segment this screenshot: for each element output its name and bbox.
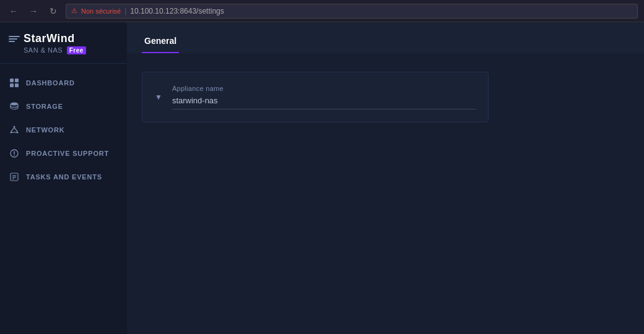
sidebar-item-network[interactable]: NETWORK xyxy=(0,118,127,142)
sidebar-item-dashboard[interactable]: DASHBOARD xyxy=(0,71,127,95)
sidebar: StarWind SAN & NAS Free DASHBOARD xyxy=(0,22,127,334)
svg-rect-0 xyxy=(10,79,14,82)
appliance-name-row: ▼ Appliance name starwind-nas xyxy=(155,85,476,109)
app-container: StarWind SAN & NAS Free DASHBOARD xyxy=(0,22,644,334)
settings-card: ▼ Appliance name starwind-nas xyxy=(142,72,489,122)
reload-button[interactable]: ↻ xyxy=(46,4,61,19)
svg-line-9 xyxy=(14,128,17,132)
nav-menu: DASHBOARD STORAGE xyxy=(0,64,127,196)
network-label: NETWORK xyxy=(26,126,64,134)
forward-button[interactable]: → xyxy=(26,4,41,19)
chevron-down-icon[interactable]: ▼ xyxy=(155,93,162,101)
insecure-label: Non sécurisé xyxy=(81,7,121,15)
storage-label: STORAGE xyxy=(26,103,63,110)
network-icon xyxy=(9,124,20,135)
address-bar[interactable]: ⚠ Non sécurisé | 10.100.10.123:8643/sett… xyxy=(66,4,638,19)
svg-point-5 xyxy=(14,126,15,128)
dashboard-icon xyxy=(9,77,20,88)
logo-top: StarWind xyxy=(9,32,118,45)
logo-icon xyxy=(9,36,20,42)
tasks-icon xyxy=(9,171,20,182)
browser-chrome: ← → ↻ ⚠ Non sécurisé | 10.100.10.123:864… xyxy=(0,0,644,22)
logo-brand: StarWind xyxy=(24,32,75,45)
main-body: ▼ Appliance name starwind-nas xyxy=(127,53,644,334)
sidebar-item-proactive-support[interactable]: PROACTIVE SUPPORT xyxy=(0,142,127,165)
logo-wave-1 xyxy=(9,36,20,37)
proactive-support-icon xyxy=(9,148,20,159)
proactive-support-label: PROACTIVE SUPPORT xyxy=(26,150,109,157)
logo-subtitle: SAN & NAS Free xyxy=(9,46,118,54)
svg-line-8 xyxy=(11,128,14,132)
logo-area: StarWind SAN & NAS Free xyxy=(0,22,127,64)
tab-general[interactable]: General xyxy=(142,36,179,53)
url-text: 10.100.10.123:8643/settings xyxy=(130,7,224,15)
appliance-name-label: Appliance name xyxy=(172,85,476,92)
logo-wave-3 xyxy=(9,41,15,42)
main-content: General ▼ Appliance name starwind-nas xyxy=(127,22,644,334)
sidebar-item-tasks-and-events[interactable]: TASKS AND EVENTS xyxy=(0,165,127,189)
svg-point-12 xyxy=(14,155,15,156)
address-separator: | xyxy=(124,7,126,15)
svg-rect-3 xyxy=(15,84,19,87)
dashboard-label: DASHBOARD xyxy=(26,79,75,87)
svg-rect-2 xyxy=(10,84,14,87)
tasks-label: TASKS AND EVENTS xyxy=(26,173,102,181)
main-header: General xyxy=(127,22,644,53)
sidebar-item-storage[interactable]: STORAGE xyxy=(0,95,127,118)
logo-free-badge: Free xyxy=(67,46,86,54)
svg-point-4 xyxy=(11,103,18,106)
appliance-name-field: Appliance name starwind-nas xyxy=(172,85,476,109)
logo-wave-2 xyxy=(9,38,17,40)
security-warning-icon: ⚠ xyxy=(71,7,77,15)
appliance-name-value[interactable]: starwind-nas xyxy=(172,96,476,109)
storage-icon xyxy=(9,101,20,112)
svg-rect-1 xyxy=(15,79,19,82)
back-button[interactable]: ← xyxy=(6,4,21,19)
